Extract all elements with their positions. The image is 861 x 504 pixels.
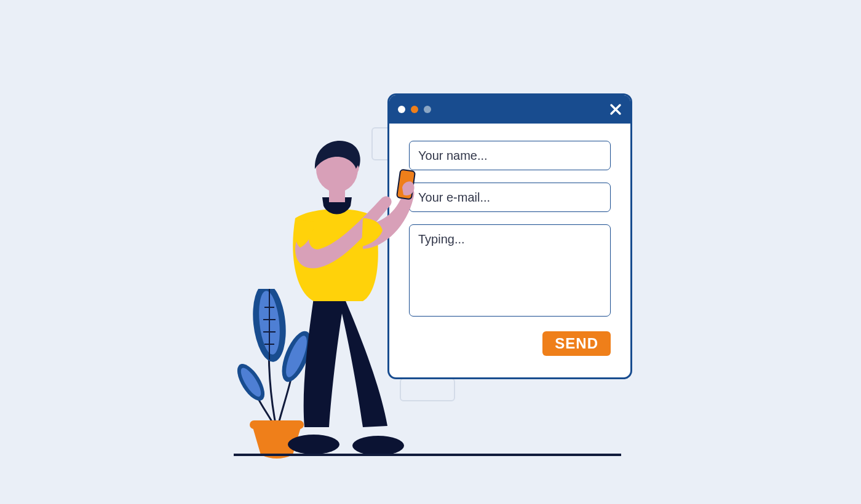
ground-line xyxy=(234,454,621,456)
send-button[interactable]: SEND xyxy=(542,331,611,356)
person-illustration xyxy=(271,138,430,458)
traffic-light-dot xyxy=(424,106,431,113)
traffic-light-dot xyxy=(411,106,418,113)
close-icon[interactable] xyxy=(608,102,623,117)
email-input[interactable] xyxy=(409,183,611,212)
svg-point-8 xyxy=(352,436,404,455)
svg-point-7 xyxy=(288,435,339,454)
window-titlebar xyxy=(389,95,630,124)
illustration-stage: SEND xyxy=(0,0,861,504)
message-textarea[interactable] xyxy=(409,224,611,317)
name-input[interactable] xyxy=(409,141,611,170)
traffic-light-dot xyxy=(398,106,405,113)
